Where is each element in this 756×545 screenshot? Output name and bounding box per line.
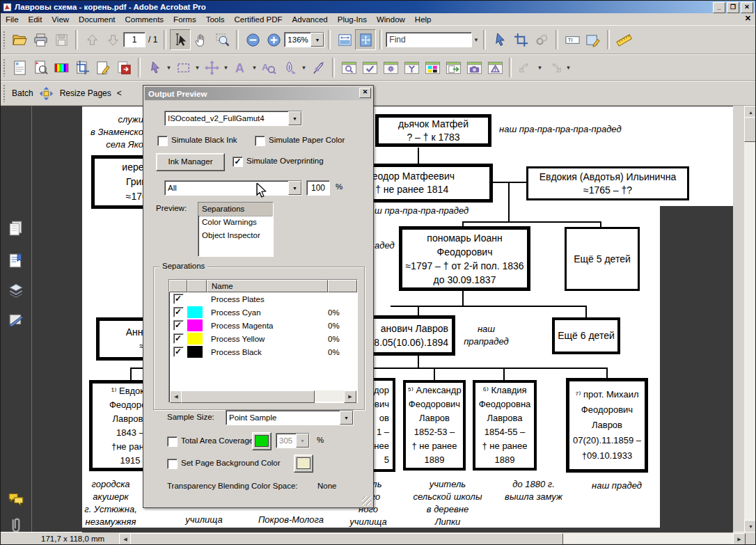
form-edit-icon[interactable] xyxy=(583,29,604,50)
vertical-scroll-thumb[interactable] xyxy=(744,117,755,142)
menu-item-window[interactable]: Window xyxy=(372,15,410,24)
maximize-button[interactable]: ❐ xyxy=(727,2,739,13)
sample-size-combo[interactable]: Point Sample ▼ xyxy=(226,410,354,425)
adv-pen-icon[interactable] xyxy=(279,57,300,78)
find-input[interactable]: Find xyxy=(386,32,472,47)
comments-icon[interactable] xyxy=(7,490,25,508)
win-funnel-icon[interactable] xyxy=(401,57,422,78)
dialog-close-icon[interactable]: ✕ xyxy=(359,88,371,98)
chevron-down-icon[interactable]: ▼ xyxy=(310,33,324,47)
fit-page-icon[interactable] xyxy=(355,29,376,50)
horizontal-scroll-thumb[interactable] xyxy=(130,533,563,545)
page-number-input[interactable]: 1 xyxy=(123,32,145,47)
batch-resize-icon[interactable] xyxy=(36,83,57,104)
select-tool-icon[interactable] xyxy=(170,29,191,50)
simulate-overprinting-checkbox[interactable]: ✓ xyxy=(233,157,243,167)
menu-item-tools[interactable]: Tools xyxy=(201,15,230,24)
simulate-black-ink-checkbox[interactable] xyxy=(157,136,168,146)
adv-move-icon[interactable] xyxy=(201,57,222,78)
win-check-icon[interactable] xyxy=(359,57,380,78)
chevron-down-icon[interactable]: ▼ xyxy=(165,58,173,77)
link-tool-icon[interactable] xyxy=(531,29,552,50)
marquee-zoom-icon[interactable] xyxy=(212,29,233,50)
chevron-down-icon[interactable]: ▼ xyxy=(536,58,544,77)
win-snapshot-icon[interactable] xyxy=(464,57,485,78)
adv-text-touchup-icon[interactable]: A xyxy=(258,57,279,78)
separation-checkbox[interactable]: ✓ xyxy=(173,307,184,317)
adv-select-icon[interactable] xyxy=(144,57,165,78)
ink-manager-button[interactable]: Ink Manager xyxy=(156,153,225,171)
menu-item-help[interactable]: Help xyxy=(410,15,436,24)
fit-width-icon[interactable] xyxy=(334,29,355,50)
batch-label[interactable]: Batch xyxy=(9,88,36,98)
hand-tool-icon[interactable] xyxy=(191,29,212,50)
separation-checkbox[interactable]: ✓ xyxy=(173,347,184,357)
scroll-right-icon[interactable]: ▶ xyxy=(344,390,356,403)
adv-text-icon[interactable]: A xyxy=(230,57,251,78)
resize-pages-label[interactable]: Resize Pages xyxy=(57,88,114,98)
chevron-down-icon[interactable]: ▼ xyxy=(251,58,258,77)
adv-syringe-icon[interactable] xyxy=(308,57,329,78)
crop-pages-icon[interactable] xyxy=(72,57,93,78)
chevron-down-icon[interactable]: ▼ xyxy=(565,58,572,77)
win-search-icon[interactable] xyxy=(338,57,359,78)
output-page-setup-icon[interactable] xyxy=(9,57,30,78)
toolbar-grip[interactable] xyxy=(3,58,6,77)
close-button[interactable]: ✕ xyxy=(741,2,753,13)
chevron-down-icon[interactable]: ▼ xyxy=(472,30,480,49)
win-inks-icon[interactable] xyxy=(422,57,443,78)
separation-checkbox[interactable]: ✓ xyxy=(173,320,184,331)
attachments-icon[interactable] xyxy=(7,516,25,532)
open-folder-icon[interactable] xyxy=(9,29,30,50)
zoom-out-icon[interactable] xyxy=(242,29,263,50)
simulate-paper-color-checkbox[interactable] xyxy=(255,136,265,146)
preview-option-color-warnings[interactable]: Color Warnings xyxy=(198,216,273,229)
menu-item-document[interactable]: Document xyxy=(74,15,120,24)
dialog-resize-grip[interactable] xyxy=(362,496,371,505)
zoom-level-combo[interactable]: 136%▼ xyxy=(284,32,324,47)
chevron-down-icon[interactable]: ▼ xyxy=(194,58,201,77)
scroll-right-icon[interactable]: ▶ xyxy=(733,533,746,545)
minimize-button[interactable]: _ xyxy=(713,2,725,13)
chevron-down-icon[interactable]: ▼ xyxy=(288,111,301,125)
separation-checkbox[interactable]: ✓ xyxy=(173,294,184,304)
page-bg-color-button[interactable] xyxy=(294,455,313,473)
preview-option-separations[interactable]: Separations xyxy=(198,203,273,216)
vertical-scrollbar[interactable] xyxy=(744,106,755,532)
win-warning-icon[interactable] xyxy=(485,57,505,78)
win-export-icon[interactable] xyxy=(443,57,464,78)
nav-signatures-icon[interactable] xyxy=(7,311,25,329)
nav-pages-icon[interactable] xyxy=(7,219,25,237)
win-gear-icon[interactable] xyxy=(380,57,401,78)
nav-layers-icon[interactable] xyxy=(7,282,25,300)
text-field-tool-icon[interactable]: TI xyxy=(562,29,583,50)
menu-item-certified-pdf[interactable]: Certified PDF xyxy=(230,15,288,24)
chevron-down-icon[interactable]: ▼ xyxy=(340,411,353,425)
pointer-blue-icon[interactable] xyxy=(489,29,510,50)
simulation-profile-combo[interactable]: ISOcoated_v2_FullGamut4 ▼ xyxy=(164,111,302,126)
menu-item-file[interactable]: File xyxy=(1,15,24,24)
page-bg-color-checkbox[interactable] xyxy=(167,459,178,469)
menu-item-plug-ins[interactable]: Plug-Ins xyxy=(333,15,372,24)
zoom-in-icon[interactable] xyxy=(263,29,284,50)
menu-item-comments[interactable]: Comments xyxy=(120,15,169,24)
menu-item-advanced[interactable]: Advanced xyxy=(288,15,333,24)
chevron-down-icon[interactable]: ▼ xyxy=(300,58,308,77)
scroll-down-icon[interactable]: ▼ xyxy=(744,520,755,532)
adv-marquee-icon[interactable] xyxy=(173,57,194,78)
total-area-coverage-checkbox[interactable] xyxy=(167,436,178,447)
convert-pdf-icon[interactable] xyxy=(113,57,134,78)
gradient-colors-icon[interactable] xyxy=(51,57,72,78)
measure-ruler-icon[interactable] xyxy=(613,29,634,50)
crop-tool-icon[interactable] xyxy=(510,29,531,50)
opacity-input[interactable]: 100 xyxy=(306,180,330,196)
toolbar-grip[interactable] xyxy=(3,31,6,49)
menu-item-forms[interactable]: Forms xyxy=(168,15,201,24)
dialog-title-bar[interactable]: Output Preview xyxy=(145,87,372,100)
table-scroll-thumb[interactable] xyxy=(181,390,315,403)
print-icon[interactable] xyxy=(30,29,51,50)
chevron-down-icon[interactable]: ▼ xyxy=(222,58,230,77)
nav-bookmarks-icon[interactable] xyxy=(7,252,25,270)
menu-item-edit[interactable]: Edit xyxy=(24,15,47,24)
tac-color-button[interactable] xyxy=(252,432,271,450)
